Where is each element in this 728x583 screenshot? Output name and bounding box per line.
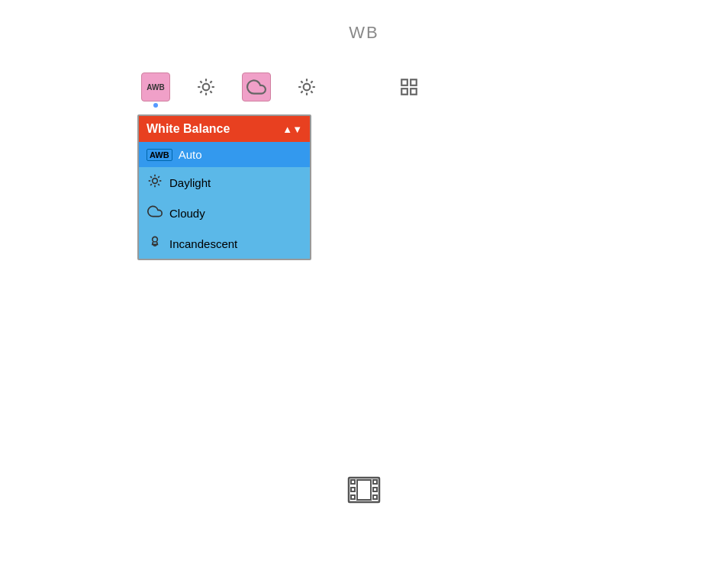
sun-icon xyxy=(196,77,216,97)
cloudy-label: Cloudy xyxy=(169,207,205,220)
svg-line-5 xyxy=(200,81,201,82)
svg-point-22 xyxy=(153,179,158,184)
icon-item-custom[interactable] xyxy=(395,72,424,101)
incandescent-item-icon xyxy=(147,234,163,253)
svg-line-15 xyxy=(311,91,312,92)
white-balance-dropdown: White Balance ▲▼ AWB Auto Daylight xyxy=(137,114,311,260)
auto-label: Auto xyxy=(179,148,202,161)
svg-point-31 xyxy=(153,237,158,242)
icon-item-cloudy[interactable] xyxy=(242,72,271,101)
svg-point-9 xyxy=(304,84,311,91)
icon-item-incandescent[interactable] xyxy=(292,72,321,101)
custom-wb-icon xyxy=(399,77,419,97)
icon-item-daylight[interactable] xyxy=(192,72,221,101)
dropdown-item-auto[interactable]: AWB Auto xyxy=(139,142,310,167)
custom-icon-box[interactable] xyxy=(395,72,424,101)
awb-icon: AWB xyxy=(147,83,164,92)
awb-indicator xyxy=(153,103,158,108)
svg-line-28 xyxy=(158,184,159,185)
incandescent-icon-box[interactable] xyxy=(292,72,321,101)
svg-line-14 xyxy=(301,81,302,82)
svg-rect-40 xyxy=(373,488,377,491)
incandescent-icon xyxy=(297,77,317,97)
svg-rect-20 xyxy=(411,89,417,95)
svg-rect-21 xyxy=(401,89,407,95)
dropdown-arrows[interactable]: ▲▼ xyxy=(282,124,302,135)
svg-rect-18 xyxy=(401,79,407,85)
wb-title: WB xyxy=(0,23,728,43)
daylight-item-icon xyxy=(147,173,163,192)
svg-line-27 xyxy=(150,176,152,178)
svg-line-30 xyxy=(150,184,152,185)
dropdown-header: White Balance ▲▼ xyxy=(139,116,310,142)
cloudy-icon-box[interactable] xyxy=(242,72,271,101)
dropdown-title: White Balance xyxy=(147,122,230,136)
svg-line-29 xyxy=(158,176,159,178)
film-icon xyxy=(347,476,381,511)
cloud-icon xyxy=(246,77,266,97)
svg-rect-42 xyxy=(357,480,371,500)
svg-rect-37 xyxy=(351,488,355,491)
awb-icon-box[interactable]: AWB xyxy=(141,72,170,101)
incandescent-label: Incandescent xyxy=(169,237,237,250)
svg-rect-36 xyxy=(351,480,355,484)
svg-line-6 xyxy=(210,91,211,92)
daylight-label: Daylight xyxy=(169,176,211,189)
icon-row: AWB xyxy=(141,72,424,101)
svg-rect-39 xyxy=(373,480,377,484)
dropdown-item-cloudy[interactable]: Cloudy xyxy=(139,198,310,228)
svg-line-7 xyxy=(210,81,211,82)
svg-rect-41 xyxy=(373,495,377,499)
daylight-icon-box[interactable] xyxy=(192,72,221,101)
icon-item-awb[interactable]: AWB xyxy=(141,72,170,101)
svg-line-8 xyxy=(200,91,201,92)
svg-rect-38 xyxy=(351,495,355,499)
awb-item-icon: AWB xyxy=(147,149,172,161)
svg-rect-19 xyxy=(411,79,417,85)
svg-line-16 xyxy=(311,81,312,82)
dropdown-item-incandescent[interactable]: Incandescent xyxy=(139,228,310,259)
svg-point-0 xyxy=(203,84,210,91)
dropdown-item-daylight[interactable]: Daylight xyxy=(139,167,310,198)
svg-line-17 xyxy=(301,91,302,92)
cloudy-item-icon xyxy=(147,204,163,222)
